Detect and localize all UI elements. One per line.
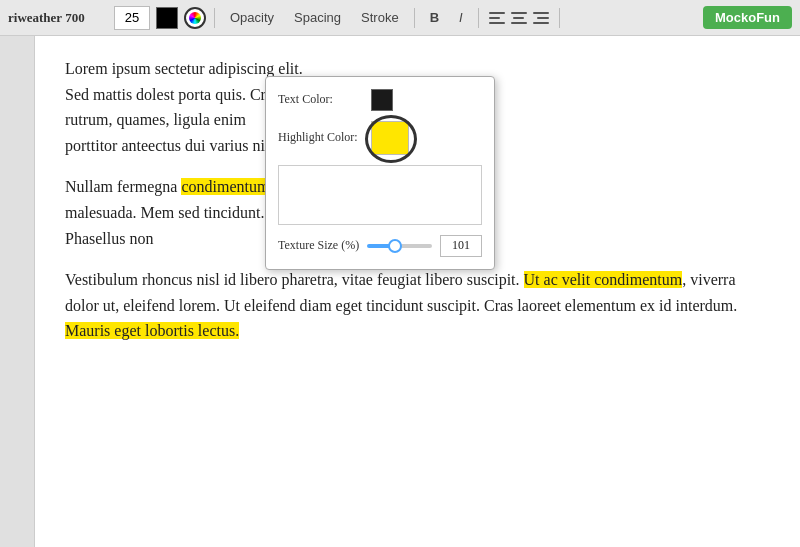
highlight-ut-ac: Ut ac velit condimentum	[524, 271, 683, 288]
highlight-color-yellow-swatch[interactable]	[371, 121, 409, 155]
color-picker-button[interactable]	[184, 7, 206, 29]
separator-3	[478, 8, 479, 28]
main-toolbar: riweather 700 Opacity Spacing Stroke B I…	[0, 0, 800, 36]
align-center-button[interactable]	[509, 9, 529, 27]
color-picker-popup: Text Color: Highlight Color: Texture Siz…	[265, 76, 495, 270]
highlight-color-label: Highlight Color:	[278, 128, 363, 147]
align-left-button[interactable]	[487, 9, 507, 27]
font-size-input[interactable]	[114, 6, 150, 30]
highlight-mauris: Mauris eget lobortis lectus.	[65, 322, 239, 339]
stroke-button[interactable]: Stroke	[354, 7, 406, 28]
text-color-row: Text Color:	[278, 89, 482, 111]
canvas-area[interactable]: Lorem ipsum sectetur adipiscing elit. Se…	[35, 36, 800, 547]
slider-track	[367, 244, 432, 248]
left-sidebar	[0, 36, 35, 547]
italic-button[interactable]: I	[452, 7, 470, 28]
texture-size-row: Texture Size (%) 101	[278, 235, 482, 257]
separator-1	[214, 8, 215, 28]
opacity-button[interactable]: Opacity	[223, 7, 281, 28]
font-name-display: riweather 700	[8, 10, 108, 26]
text-color-black-swatch[interactable]	[371, 89, 393, 111]
bold-button[interactable]: B	[423, 7, 446, 28]
slider-thumb[interactable]	[388, 239, 402, 253]
texture-size-value: 101	[440, 235, 482, 257]
text-color-swatch[interactable]	[156, 7, 178, 29]
highlight-color-row: Highlight Color:	[278, 121, 482, 155]
main-content-area: Lorem ipsum sectetur adipiscing elit. Se…	[0, 36, 800, 547]
mockofun-button[interactable]: MockoFun	[703, 6, 792, 29]
highlight-condimentum: condimentum	[181, 178, 269, 195]
separator-4	[559, 8, 560, 28]
paragraph-3: Vestibulum rhoncus nisl id libero pharet…	[65, 267, 770, 344]
text-color-label: Text Color:	[278, 90, 363, 109]
separator-2	[414, 8, 415, 28]
spacing-button[interactable]: Spacing	[287, 7, 348, 28]
highlight-swatch-wrapper	[371, 121, 409, 155]
align-right-button[interactable]	[531, 9, 551, 27]
texture-size-label: Texture Size (%)	[278, 236, 359, 255]
texture-size-slider[interactable]	[367, 237, 432, 255]
texture-preview-box	[278, 165, 482, 225]
align-buttons	[487, 9, 551, 27]
